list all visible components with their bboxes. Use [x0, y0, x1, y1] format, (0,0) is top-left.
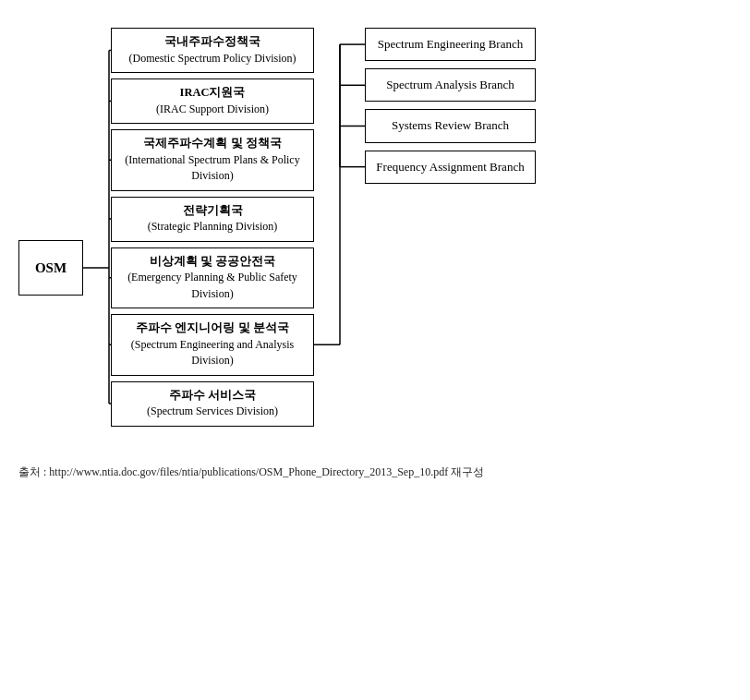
division-english-4: (Emergency Planning & Public Safety Divi…: [127, 271, 297, 300]
branch-box-0: Spectrum Engineering Branch: [365, 28, 536, 61]
division-english-3: (Strategic Planning Division): [148, 220, 278, 233]
osm-label: OSM: [35, 260, 67, 276]
branch-box-2: Systems Review Branch: [365, 109, 536, 142]
division-korean-5: 주파수 엔지니어링 및 분석국: [136, 321, 288, 334]
division-english-1: (IRAC Support Division): [156, 103, 269, 115]
chart-wrapper: OSM 국내주파수정책국(Domestic Spectrum Policy Di…: [18, 18, 739, 451]
division-english-6: (Spectrum Services Division): [147, 404, 278, 417]
divisions-column: 국내주파수정책국(Domestic Spectrum Policy Divisi…: [111, 28, 314, 432]
division-korean-6: 주파수 서비스국: [169, 389, 256, 402]
division-korean-2: 국제주파수계획 및 정책국: [143, 137, 281, 150]
source-citation: 출처 : http://www.ntia.doc.gov/files/ntia/…: [18, 465, 484, 478]
division-box-5: 주파수 엔지니어링 및 분석국(Spectrum Engineering and…: [111, 314, 314, 376]
branch-box-1: Spectrum Analysis Branch: [365, 68, 536, 102]
division-box-2: 국제주파수계획 및 정책국(International Spectrum Pla…: [111, 129, 314, 191]
chart-area: OSM 국내주파수정책국(Domestic Spectrum Policy Di…: [18, 18, 739, 451]
division-box-1: IRAC지원국(IRAC Support Division): [111, 78, 314, 124]
osm-box: OSM: [18, 240, 83, 296]
division-korean-1: IRAC지원국: [180, 86, 246, 99]
division-box-4: 비상계획 및 공공안전국(Emergency Planning & Public…: [111, 247, 314, 309]
division-english-5: (Spectrum Engineering and Analysis Divis…: [131, 338, 294, 368]
division-box-6: 주파수 서비스국(Spectrum Services Division): [111, 381, 314, 427]
division-box-0: 국내주파수정책국(Domestic Spectrum Policy Divisi…: [111, 28, 314, 73]
branches-column: Spectrum Engineering BranchSpectrum Anal…: [365, 28, 536, 191]
division-korean-0: 국내주파수정책국: [164, 35, 260, 48]
branch-box-3: Frequency Assignment Branch: [365, 151, 536, 184]
division-korean-4: 비상계획 및 공공안전국: [150, 255, 275, 268]
division-english-2: (International Spectrum Plans & Policy D…: [125, 153, 299, 183]
source-text: 출처 : http://www.ntia.doc.gov/files/ntia/…: [18, 465, 739, 480]
division-box-3: 전략기획국(Strategic Planning Division): [111, 197, 314, 242]
org-chart: OSM 국내주파수정책국(Domestic Spectrum Policy Di…: [18, 18, 739, 480]
division-english-0: (Domestic Spectrum Policy Division): [129, 52, 296, 65]
division-korean-3: 전략기획국: [183, 204, 243, 217]
